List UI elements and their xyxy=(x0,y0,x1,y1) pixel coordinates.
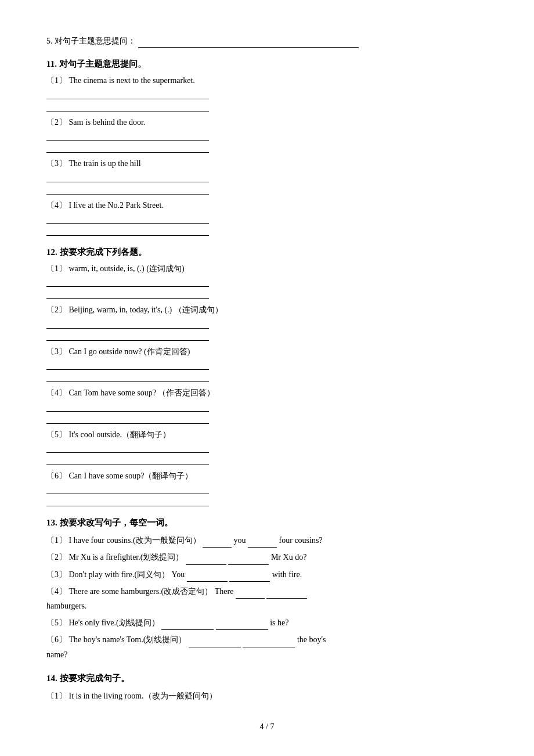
answer-line xyxy=(46,289,209,299)
q13-item-4: 〔4〕 There are some hamburgers.(改成否定句） Th… xyxy=(46,584,488,613)
q13-4-after: hamburgers. xyxy=(46,602,86,610)
q12-6-text: Can I have some soup?（翻译句子） xyxy=(69,471,193,480)
answer-line xyxy=(46,101,209,111)
answer-line xyxy=(46,359,209,370)
section-14: 14. 按要求完成句子。 〔1〕 It is in the living roo… xyxy=(46,671,488,703)
answer-line xyxy=(46,401,209,412)
answer-line xyxy=(46,225,209,236)
q13-3-blank1 xyxy=(187,573,228,582)
answer-line xyxy=(46,484,209,494)
section-12-header: 12. 按要求完成下列各题。 xyxy=(46,245,488,259)
q13-1-after: four cousins? xyxy=(279,536,323,545)
q14-1-num: 〔1〕 xyxy=(46,692,67,700)
section-13: 13. 按要求改写句子，每空一词。 〔1〕 I have four cousin… xyxy=(46,516,488,662)
q11-2-num: 〔2〕 xyxy=(46,118,67,127)
q13-6-mid: the boy's xyxy=(297,635,326,644)
q11-2-text: Sam is behind the door. xyxy=(69,118,146,127)
q12-2-num: 〔2〕 xyxy=(46,305,67,314)
q11-4-num: 〔4〕 xyxy=(46,201,67,210)
q13-item-5: 〔5〕 He's only five.(划线提问） is he? xyxy=(46,615,488,630)
answer-line xyxy=(46,496,209,506)
q12-3-num: 〔3〕 xyxy=(46,347,67,356)
q13-6-before: The boy's name's Tom.(划线提问） xyxy=(69,635,187,644)
q12-5-text: It's cool outside.（翻译句子） xyxy=(69,430,171,439)
q13-5-after: is he? xyxy=(270,618,288,627)
q12-5-answer xyxy=(46,442,488,465)
q11-4-answer xyxy=(46,213,488,236)
section-11-header: 11. 对句子主题意思提问。 xyxy=(46,57,488,71)
q13-6-after: name? xyxy=(46,650,68,659)
q13-4-blank2 xyxy=(266,589,307,599)
q11-item-4: 〔4〕 I live at the No.2 Park Street. xyxy=(46,199,488,236)
q12-3-answer xyxy=(46,359,488,382)
q11-item-1: 〔1〕 The cinema is next to the supermarke… xyxy=(46,74,488,111)
q13-2-blank1 xyxy=(186,556,226,565)
q12-item-3: 〔3〕 Can I go outside now? (作肯定回答) xyxy=(46,345,488,382)
q12-2-text: Beijing, warm, in, today, it's, (.) （连词成… xyxy=(69,305,223,314)
q12-3-text: Can I go outside now? (作肯定回答) xyxy=(69,347,190,356)
answer-line xyxy=(46,213,209,224)
intro-section: 5. 对句子主题意思提问： xyxy=(46,35,488,48)
answer-line xyxy=(46,413,209,424)
q11-3-answer xyxy=(46,172,488,195)
page-number: 4 / 7 xyxy=(46,721,488,733)
answer-line xyxy=(46,172,209,182)
q13-2-blank2 xyxy=(228,556,269,565)
q13-item-2: 〔2〕 Mr Xu is a firefighter.(划线提问） Mr Xu … xyxy=(46,550,488,564)
q13-3-num: 〔3〕 xyxy=(46,570,67,579)
q11-3-text: The train is up the hill xyxy=(69,159,141,168)
q13-5-blank2 xyxy=(216,621,268,630)
q11-2-answer xyxy=(46,130,488,153)
q12-4-answer xyxy=(46,401,488,424)
answer-line xyxy=(46,89,209,99)
q11-3-num: 〔3〕 xyxy=(46,159,67,168)
q13-3-after: with fire. xyxy=(272,570,302,579)
q11-1-num: 〔1〕 xyxy=(46,76,67,85)
q12-item-1: 〔1〕 warm, it, outside, is, (.) (连词成句) xyxy=(46,262,488,299)
answer-line xyxy=(46,455,209,465)
section-11: 11. 对句子主题意思提问。 〔1〕 The cinema is next to… xyxy=(46,57,488,236)
q13-item-1: 〔1〕 I have four cousins.(改为一般疑问句） you fo… xyxy=(46,533,488,548)
intro-line xyxy=(138,38,359,48)
q13-2-after: Mr Xu do? xyxy=(271,553,306,561)
answer-line xyxy=(46,184,209,195)
q12-2-answer xyxy=(46,318,488,341)
q12-1-text: warm, it, outside, is, (.) (连词成句) xyxy=(69,264,185,273)
q12-1-num: 〔1〕 xyxy=(46,264,67,273)
q13-1-blank1 xyxy=(203,538,232,548)
answer-line xyxy=(46,442,209,453)
q12-4-num: 〔4〕 xyxy=(46,388,67,397)
q13-5-num: 〔5〕 xyxy=(46,618,67,627)
q13-3-blank2 xyxy=(229,573,270,582)
q12-6-num: 〔6〕 xyxy=(46,471,67,480)
answer-line xyxy=(46,318,209,329)
answer-line xyxy=(46,276,209,287)
intro-label: 5. 对句子主题意思提问： xyxy=(46,37,136,45)
q13-6-blank1 xyxy=(189,638,241,647)
q11-item-2: 〔2〕 Sam is behind the door. xyxy=(46,116,488,153)
q13-5-before: He's only five.(划线提问） xyxy=(69,618,160,627)
q13-2-before: Mr Xu is a firefighter.(划线提问） xyxy=(69,553,184,561)
q13-4-blank1 xyxy=(236,589,265,599)
q13-6-blank2 xyxy=(243,638,295,647)
q13-item-3: 〔3〕 Don't play with fire.(同义句） You with … xyxy=(46,567,488,582)
q13-5-blank1 xyxy=(161,621,214,630)
answer-line xyxy=(46,130,209,141)
q12-item-6: 〔6〕 Can I have some soup?（翻译句子） xyxy=(46,470,488,506)
q11-1-text: The cinema is next to the supermarket. xyxy=(69,76,195,85)
answer-line xyxy=(46,372,209,382)
q13-1-you: you xyxy=(234,536,248,545)
section-12: 12. 按要求完成下列各题。 〔1〕 warm, it, outside, is… xyxy=(46,245,488,506)
q12-4-text: Can Tom have some soup? （作否定回答） xyxy=(69,388,215,397)
q13-1-num: 〔1〕 xyxy=(46,536,67,545)
q13-3-before: Don't play with fire.(同义句） You xyxy=(69,570,185,579)
q12-5-num: 〔5〕 xyxy=(46,430,67,439)
q13-4-num: 〔4〕 xyxy=(46,587,67,596)
q12-6-answer xyxy=(46,484,488,506)
q12-item-2: 〔2〕 Beijing, warm, in, today, it's, (.) … xyxy=(46,304,488,340)
q13-1-before: I have four cousins.(改为一般疑问句） xyxy=(69,536,201,545)
q13-1-blank2 xyxy=(248,538,277,548)
section-14-header: 14. 按要求完成句子。 xyxy=(46,671,488,685)
q13-2-num: 〔2〕 xyxy=(46,553,67,561)
answer-line xyxy=(46,142,209,153)
